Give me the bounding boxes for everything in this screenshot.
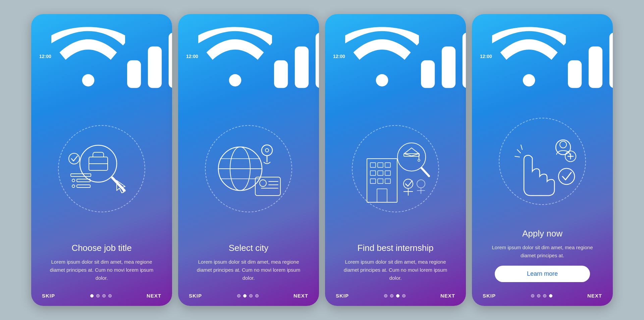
svg-line-80 (521, 145, 522, 150)
dot-2-3 (249, 294, 253, 298)
text-area-2: Select city Lorem ipsum dolor sit dim am… (178, 239, 319, 282)
screen-body-4: Lorem ipsum dolor sit dim amet, mea regi… (483, 244, 602, 260)
nav-dots-1 (90, 294, 112, 298)
svg-rect-46 (370, 163, 376, 167)
dot-1-2 (96, 294, 100, 298)
dot-3-3 (396, 294, 399, 298)
screen-body-2: Lorem ipsum dolor sit dim amet, mea regi… (189, 258, 308, 282)
svg-line-61 (422, 168, 429, 176)
screen-title-1: Choose job title (42, 243, 161, 254)
svg-rect-54 (385, 179, 390, 183)
time-1: 12:00 (39, 54, 51, 59)
nav-bar-4: SKIP NEXT (472, 287, 613, 306)
circle-dashed-2 (205, 125, 292, 212)
city-illustration (212, 132, 285, 206)
signal-icon-4 (568, 19, 613, 94)
svg-point-30 (262, 145, 272, 156)
circle-dashed-4 (499, 118, 586, 205)
nav-bar-2: SKIP NEXT (178, 287, 319, 306)
screen-body-1: Lorem ipsum dolor sit dim amet, mea regi… (42, 258, 161, 282)
internship-illustration (359, 132, 432, 206)
svg-rect-12 (71, 174, 91, 176)
phone-2: 12:00 (178, 14, 319, 306)
signal-icon-3 (421, 19, 466, 94)
nav-dots-3 (384, 294, 406, 298)
wifi-icon-2 (198, 19, 272, 94)
status-bar-3: 12:00 (325, 14, 466, 95)
svg-rect-39 (442, 47, 455, 88)
nav-bar-3: SKIP NEXT (325, 287, 466, 306)
screen-title-2: Select city (189, 243, 308, 254)
status-icons-2 (198, 19, 319, 94)
wifi-icon-4 (492, 19, 566, 94)
circle-dashed-1 (58, 125, 145, 212)
time-2: 12:00 (186, 54, 198, 59)
phone-3: 12:00 (325, 14, 466, 306)
svg-rect-18 (274, 60, 288, 88)
svg-rect-51 (385, 171, 390, 175)
screen-title-3: Find best internship (336, 243, 455, 254)
nav-dots-2 (237, 294, 259, 298)
dot-1-4 (108, 294, 112, 298)
learn-more-button[interactable]: Learn more (495, 266, 590, 282)
svg-rect-38 (421, 60, 435, 88)
illustration-1 (31, 95, 172, 239)
svg-rect-2 (169, 33, 172, 88)
screen-title-4: Apply now (483, 228, 602, 239)
next-button-4[interactable]: NEXT (587, 293, 602, 299)
svg-point-86 (558, 168, 575, 184)
dot-1-1 (90, 294, 94, 298)
circle-dashed-3 (352, 125, 439, 212)
svg-point-34 (260, 180, 266, 186)
job-search-illustration (65, 132, 139, 206)
phone-4: 12:00 (472, 14, 613, 306)
svg-rect-47 (378, 163, 383, 167)
dot-4-3 (543, 294, 546, 298)
skip-button-1[interactable]: SKIP (42, 293, 55, 299)
dot-4-2 (537, 294, 540, 298)
svg-rect-70 (609, 33, 613, 88)
next-button-2[interactable]: NEXT (293, 293, 308, 299)
text-area-1: Choose job title Lorem ipsum dolor sit d… (31, 239, 172, 282)
svg-rect-1 (148, 47, 162, 88)
dot-4-4 (549, 294, 552, 298)
next-button-1[interactable]: NEXT (147, 293, 161, 299)
phones-container: 12:00 (31, 14, 613, 306)
illustration-3 (325, 95, 466, 239)
svg-point-13 (72, 179, 75, 182)
signal-icon-2 (274, 19, 319, 94)
status-icons-1 (51, 19, 172, 94)
nav-bar-1: SKIP NEXT (31, 287, 172, 306)
skip-button-2[interactable]: SKIP (189, 293, 202, 299)
text-area-4: Apply now Lorem ipsum dolor sit dim amet… (472, 225, 613, 282)
svg-rect-40 (463, 33, 466, 88)
svg-point-56 (397, 143, 426, 171)
svg-rect-53 (378, 179, 383, 183)
time-3: 12:00 (333, 54, 345, 59)
svg-rect-45 (367, 159, 397, 202)
time-4: 12:00 (480, 54, 492, 59)
wifi-icon (51, 19, 125, 94)
svg-point-11 (69, 153, 79, 164)
svg-rect-19 (295, 47, 309, 88)
svg-rect-55 (377, 189, 387, 202)
svg-rect-20 (316, 33, 319, 88)
svg-rect-50 (378, 171, 383, 175)
skip-button-4[interactable]: SKIP (483, 293, 496, 299)
screen-body-3: Lorem ipsum dolor sit dim amet, mea regi… (336, 258, 455, 282)
skip-button-3[interactable]: SKIP (336, 293, 349, 299)
status-bar-1: 12:00 (31, 14, 172, 95)
apply-illustration (505, 124, 579, 198)
svg-point-65 (417, 180, 425, 188)
svg-rect-0 (127, 60, 141, 88)
status-icons-4 (492, 19, 613, 94)
svg-rect-49 (370, 171, 376, 175)
next-button-3[interactable]: NEXT (440, 293, 455, 299)
svg-rect-48 (385, 163, 390, 167)
svg-point-15 (72, 185, 75, 188)
status-icons-3 (345, 19, 466, 94)
dot-3-1 (384, 294, 387, 298)
svg-point-82 (560, 141, 567, 148)
illustration-4 (472, 95, 613, 225)
svg-marker-58 (404, 148, 419, 156)
